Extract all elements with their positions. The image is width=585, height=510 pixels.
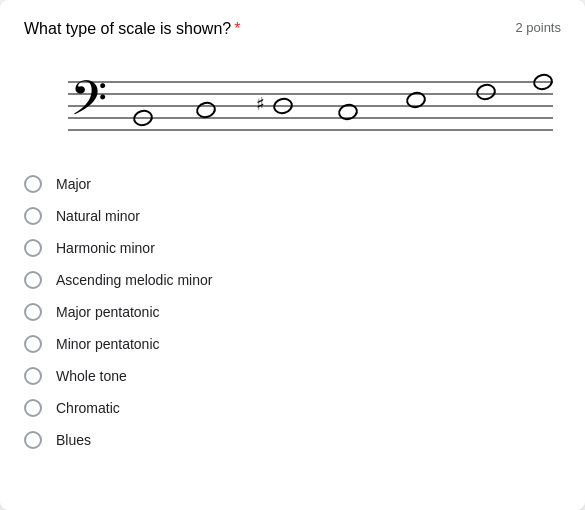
option-blues[interactable]: Blues xyxy=(24,424,561,456)
radio-whole-tone[interactable] xyxy=(24,367,42,385)
radio-ascending-melodic-minor[interactable] xyxy=(24,271,42,289)
required-indicator: * xyxy=(234,20,240,37)
option-harmonic-minor[interactable]: Harmonic minor xyxy=(24,232,561,264)
radio-natural-minor[interactable] xyxy=(24,207,42,225)
radio-minor-pentatonic[interactable] xyxy=(24,335,42,353)
option-minor-pentatonic[interactable]: Minor pentatonic xyxy=(24,328,561,360)
options-list: MajorNatural minorHarmonic minorAscendin… xyxy=(24,168,561,456)
radio-major[interactable] xyxy=(24,175,42,193)
option-chromatic[interactable]: Chromatic xyxy=(24,392,561,424)
question-card: What type of scale is shown?* 2 points 𝄢… xyxy=(0,0,585,510)
question-label: What type of scale is shown? xyxy=(24,20,231,37)
staff-svg: 𝄢 ♯ xyxy=(28,52,558,152)
option-natural-minor[interactable]: Natural minor xyxy=(24,200,561,232)
radio-blues[interactable] xyxy=(24,431,42,449)
option-label-natural-minor: Natural minor xyxy=(56,208,140,224)
points-label: 2 points xyxy=(515,20,561,35)
option-label-ascending-melodic-minor: Ascending melodic minor xyxy=(56,272,212,288)
option-label-whole-tone: Whole tone xyxy=(56,368,127,384)
option-label-harmonic-minor: Harmonic minor xyxy=(56,240,155,256)
option-ascending-melodic-minor[interactable]: Ascending melodic minor xyxy=(24,264,561,296)
option-major-pentatonic[interactable]: Major pentatonic xyxy=(24,296,561,328)
radio-harmonic-minor[interactable] xyxy=(24,239,42,257)
option-major[interactable]: Major xyxy=(24,168,561,200)
question-header: What type of scale is shown?* 2 points xyxy=(24,20,561,38)
option-label-major-pentatonic: Major pentatonic xyxy=(56,304,160,320)
radio-major-pentatonic[interactable] xyxy=(24,303,42,321)
question-text: What type of scale is shown?* xyxy=(24,20,240,38)
svg-point-12 xyxy=(475,83,496,101)
option-label-major: Major xyxy=(56,176,91,192)
option-label-blues: Blues xyxy=(56,432,91,448)
svg-text:𝄢: 𝄢 xyxy=(70,72,107,137)
staff-notation: 𝄢 ♯ xyxy=(28,52,558,152)
option-whole-tone[interactable]: Whole tone xyxy=(24,360,561,392)
svg-text:♯: ♯ xyxy=(256,94,265,114)
radio-chromatic[interactable] xyxy=(24,399,42,417)
option-label-chromatic: Chromatic xyxy=(56,400,120,416)
svg-point-7 xyxy=(195,101,216,119)
option-label-minor-pentatonic: Minor pentatonic xyxy=(56,336,160,352)
